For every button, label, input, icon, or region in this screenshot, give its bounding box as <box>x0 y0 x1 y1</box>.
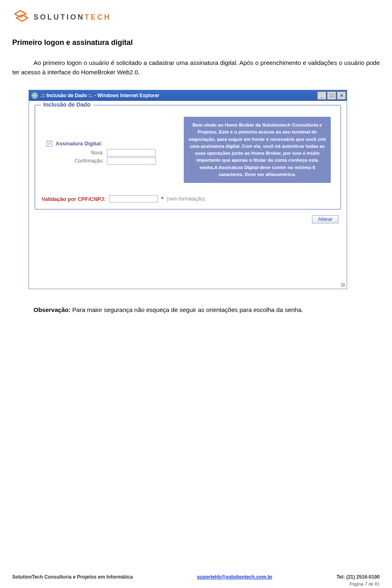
ie-titlebar: .:: Inclusão de Dado ::. - Windows Inter… <box>29 90 347 101</box>
ie-body: Inclusão de Dado ✓ Assinatura Digital: N… <box>29 101 347 289</box>
logo: SOLUTIONTECH <box>12 8 380 26</box>
resize-grip-icon <box>341 283 345 287</box>
welcome-message: Bem vindo ao Home Broker da Solutiontech… <box>184 117 331 183</box>
label-assinatura-digital: Assinatura Digital: <box>56 140 102 147</box>
assinatura-checkbox[interactable]: ✓ <box>47 141 52 147</box>
ie-window: .:: Inclusão de Dado ::. - Windows Inter… <box>29 90 347 289</box>
hint-format: (sem formatação) <box>167 196 205 202</box>
close-button[interactable]: ✕ <box>337 91 346 100</box>
input-nova[interactable] <box>107 149 156 156</box>
logo-text-2: TECH <box>85 13 111 21</box>
fieldset-legend: Inclusão de Dado <box>41 101 93 108</box>
logo-text: SOLUTIONTECH <box>33 13 111 22</box>
observation-paragraph: Observação: Para maior segurança não esq… <box>12 305 380 315</box>
label-validacao: Validação por CPF/CNPJ: <box>42 196 106 202</box>
minimize-button[interactable]: _ <box>317 91 326 100</box>
footer-email[interactable]: suportehb@solutiontech.com.br <box>197 574 272 580</box>
footer-company: SolutionTech Consultoria e Projetos em I… <box>12 574 133 580</box>
logo-text-1: SOLUTION <box>33 13 85 21</box>
page-footer: SolutionTech Consultoria e Projetos em I… <box>12 574 380 580</box>
observation-label: Observação: <box>33 306 71 313</box>
page-title: Primeiro logon e assinatura digital <box>12 38 380 47</box>
fieldset-inclusao: Inclusão de Dado ✓ Assinatura Digital: N… <box>35 105 341 209</box>
input-confirmacao[interactable] <box>107 157 156 165</box>
page-number: Página 7 de 81 <box>350 581 380 586</box>
alterar-button[interactable]: Alterar <box>312 215 339 223</box>
intro-paragraph: Ao primeiro logon o usuário é solicitado… <box>12 58 380 77</box>
required-asterisk: * <box>161 196 163 202</box>
footer-phone: Tel: (21) 2516-0190 <box>336 574 380 580</box>
ie-window-title: .:: Inclusão de Dado ::. - Windows Inter… <box>40 93 317 98</box>
label-nova: Nova: <box>42 150 107 156</box>
observation-text: Para maior segurança não esqueça de segu… <box>71 306 303 313</box>
label-confirmacao: Confirmação: <box>42 158 107 164</box>
ie-icon <box>31 92 38 99</box>
logo-icon <box>12 8 30 26</box>
maximize-button[interactable]: ☐ <box>327 91 336 100</box>
input-cpf-cnpj[interactable] <box>109 195 158 203</box>
